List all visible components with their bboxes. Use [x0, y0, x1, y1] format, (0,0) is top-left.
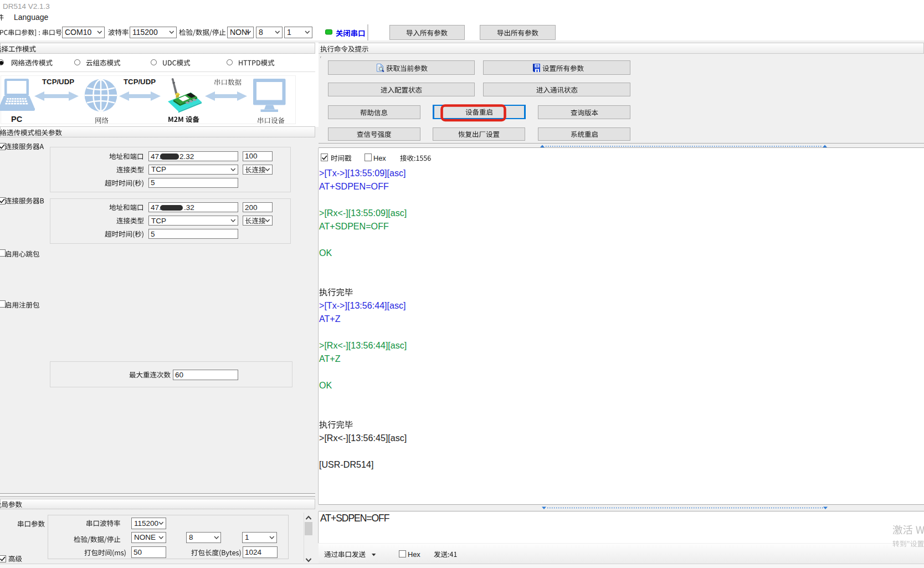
svg-text:NONI: NONI: [230, 28, 249, 37]
svg-text:2.32: 2.32: [179, 152, 194, 161]
svg-text:AT+Z: AT+Z: [319, 354, 341, 364]
svg-text:200: 200: [245, 203, 258, 212]
svg-text:115200: 115200: [132, 28, 158, 37]
svg-text:[USR-DR514]: [USR-DR514]: [319, 459, 373, 469]
svg-text:PC: PC: [11, 115, 23, 124]
svg-text:TCP/UDP: TCP/UDP: [124, 78, 156, 86]
svg-text:OK: OK: [319, 248, 332, 258]
svg-text:>[Tx->][13:55:09][asc]: >[Tx->][13:55:09][asc]: [319, 168, 406, 178]
svg-text:1: 1: [287, 28, 291, 37]
svg-text:Language: Language: [14, 13, 49, 22]
svg-text:>[Rx<-][13:55:09][asc]: >[Rx<-][13:55:09][asc]: [319, 208, 407, 218]
svg-text:AT+SDPEN=OFF: AT+SDPEN=OFF: [320, 513, 390, 524]
svg-text:5: 5: [151, 230, 155, 238]
svg-text:TCP: TCP: [151, 217, 166, 225]
svg-text:47.: 47.: [151, 203, 161, 212]
svg-text:8: 8: [189, 533, 193, 541]
svg-text:60: 60: [175, 371, 183, 379]
svg-text:>[Rx<-][13:56:44][asc]: >[Rx<-][13:56:44][asc]: [319, 340, 407, 350]
svg-text:OK: OK: [319, 380, 332, 390]
svg-text:>[Rx<-][13:56:45][asc]: >[Rx<-][13:56:45][asc]: [319, 433, 407, 443]
svg-text:1024: 1024: [245, 548, 262, 556]
svg-text:1: 1: [245, 533, 249, 541]
svg-text:50: 50: [134, 548, 142, 556]
svg-text:47.: 47.: [151, 152, 161, 161]
svg-text:Hex: Hex: [373, 154, 386, 162]
svg-text:TCP/UDP: TCP/UDP: [42, 78, 74, 86]
svg-text:AT+SDPEN=OFF: AT+SDPEN=OFF: [319, 221, 389, 231]
svg-text:TCP: TCP: [151, 165, 166, 173]
svg-text:COM10: COM10: [65, 28, 91, 37]
svg-text:DR514 V2.1.3: DR514 V2.1.3: [3, 2, 50, 11]
svg-text:AT+Z: AT+Z: [319, 314, 341, 324]
svg-text:5: 5: [151, 178, 155, 187]
svg-text:NONE: NONE: [134, 533, 156, 541]
svg-text:AT+SDPEN=OFF: AT+SDPEN=OFF: [319, 181, 389, 191]
svg-text:115200: 115200: [134, 519, 158, 528]
svg-text:.32: .32: [184, 203, 194, 212]
svg-text:8: 8: [259, 28, 263, 37]
svg-text:>[Tx->][13:56:44][asc]: >[Tx->][13:56:44][asc]: [319, 300, 406, 310]
svg-text:Hex: Hex: [408, 550, 420, 559]
svg-text:100: 100: [245, 152, 258, 160]
